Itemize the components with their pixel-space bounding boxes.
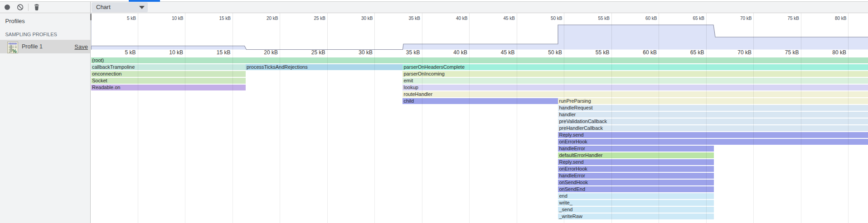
svg-text:%: % (12, 48, 17, 54)
